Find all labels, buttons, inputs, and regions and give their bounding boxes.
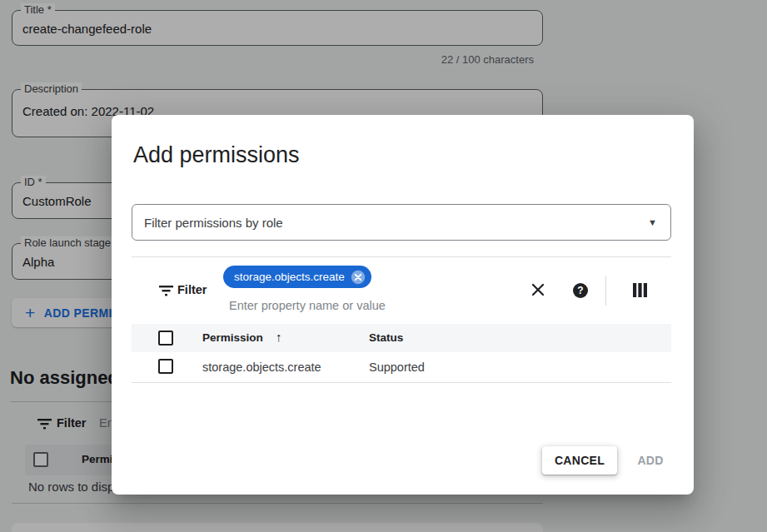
modal-select-all-checkbox[interactable] [158, 331, 173, 346]
column-display-options-button[interactable] [633, 283, 647, 297]
close-icon [530, 281, 546, 298]
add-permissions-dialog: Add permissions Filter permissions by ro… [112, 115, 694, 495]
sort-ascending-icon[interactable]: ↑ [276, 330, 282, 344]
help-icon[interactable]: ? [573, 283, 588, 298]
status-column-header[interactable]: Status [369, 331, 403, 344]
filter-chip-label: storage.objects.create [234, 271, 345, 283]
modal-filter-label[interactable]: Filter [177, 283, 207, 296]
filter-by-role-select-value: Filter permissions by role [144, 216, 283, 230]
chip-remove-icon[interactable] [351, 270, 366, 285]
clear-filters-button[interactable] [530, 281, 546, 298]
add-button[interactable]: ADD [621, 446, 680, 475]
row-permission-cell: storage.objects.create [202, 360, 321, 374]
modal-filter-input[interactable]: Enter property name or value [229, 299, 386, 312]
filter-chip[interactable]: storage.objects.create [223, 266, 371, 288]
toolbar-top-divider [132, 256, 671, 257]
row-checkbox[interactable] [158, 359, 173, 374]
row-status-cell: Supported [369, 360, 425, 374]
columns-icon [633, 283, 647, 297]
permission-column-header[interactable]: Permission [202, 331, 263, 344]
chevron-down-icon: ▼ [648, 217, 657, 227]
cancel-button[interactable]: CANCEL [542, 446, 617, 475]
filter-icon [159, 285, 173, 300]
dialog-title: Add permissions [133, 142, 300, 168]
toolbar-vertical-divider [605, 276, 606, 306]
row-divider [132, 382, 671, 383]
filter-by-role-select[interactable]: Filter permissions by role ▼ [132, 204, 671, 241]
